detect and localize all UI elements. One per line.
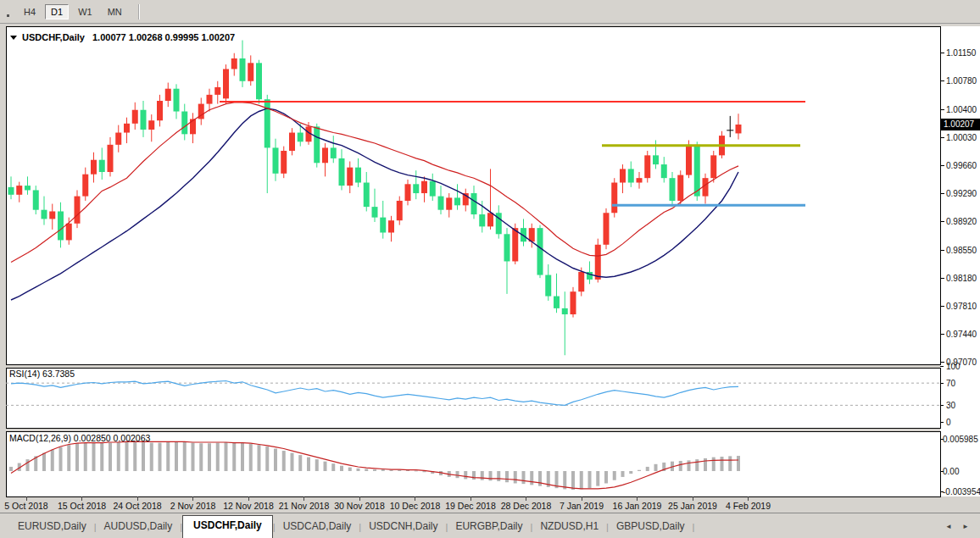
macd-histogram-bar (472, 471, 476, 480)
candle (223, 69, 229, 98)
chart-tab-nzdusd-h1[interactable]: NZDUSD,H1 (532, 516, 606, 538)
candle (380, 218, 386, 233)
candle (314, 126, 320, 163)
candle (471, 193, 477, 214)
price-axis-label: 0.99290 (946, 189, 977, 198)
toolbar-overflow-dot (7, 14, 9, 17)
candle (620, 169, 626, 182)
price-axis-label: 0.98920 (946, 217, 977, 226)
candle (124, 124, 130, 133)
candle (694, 145, 700, 197)
macd-histogram-bar (26, 459, 30, 471)
candle (347, 168, 353, 186)
candle (248, 63, 253, 80)
candle (637, 178, 643, 182)
macd-histogram-bar (481, 471, 484, 480)
macd-histogram-bar (704, 458, 707, 471)
rsi-level-label: 100 (946, 362, 961, 371)
candle (644, 155, 650, 178)
candle (82, 175, 88, 197)
macd-histogram-bar (159, 443, 162, 471)
macd-histogram-bar (150, 443, 153, 471)
timeframe-buttons: H4D1W1MN (16, 4, 130, 19)
macd-histogram-bar (596, 471, 599, 486)
candle (670, 178, 676, 201)
candle (454, 197, 460, 205)
timeframe-h4[interactable]: H4 (18, 4, 42, 19)
candle (653, 155, 659, 164)
macd-histogram-bar (175, 441, 178, 471)
current-price-label: 1.00207 (944, 119, 975, 129)
macd-histogram-bar (629, 471, 632, 474)
macd-histogram-bar (390, 470, 393, 471)
candle (413, 184, 419, 193)
macd-histogram-bar (133, 441, 136, 471)
macd-histogram-bar (365, 469, 368, 471)
chart-tab-gbpusd-daily[interactable]: GBPUSD,Daily (609, 516, 693, 538)
macd-histogram-bar (688, 460, 691, 471)
date-label: 25 Jan 2019 (668, 501, 717, 511)
candle (190, 119, 196, 134)
date-label: 5 Oct 2018 (4, 501, 48, 511)
macd-histogram-bar (199, 443, 203, 471)
macd-histogram-bar (9, 467, 13, 471)
macd-histogram-bar (348, 468, 352, 471)
chart-tab-usdcnh-daily[interactable]: USDCNH,Daily (361, 516, 445, 538)
candle (289, 133, 295, 151)
macd-histogram-bar (208, 443, 211, 471)
macd-histogram-bar (381, 469, 385, 471)
chart-tab-eurgbp-daily[interactable]: EURGBP,Daily (448, 516, 530, 538)
macd-histogram-bar (340, 466, 343, 471)
macd-histogram-bar (183, 442, 187, 471)
candle (736, 125, 742, 133)
rsi-level-label: 0 (946, 418, 951, 427)
tabs-scroll-right-icon[interactable]: ► (958, 523, 973, 530)
candle (207, 95, 213, 104)
candle (322, 147, 328, 163)
candle (157, 101, 163, 120)
date-label: 15 Oct 2018 (58, 501, 106, 511)
macd-histogram-bar (373, 469, 376, 471)
date-label: 24 Oct 2018 (113, 501, 161, 511)
tabs-scroll-left-icon[interactable]: ◄ (941, 523, 956, 530)
candle (364, 183, 370, 208)
candle (571, 291, 576, 314)
timeframe-mn[interactable]: MN (102, 4, 128, 19)
macd-histogram-bar (166, 442, 170, 471)
rsi-level-label: 30 (946, 401, 956, 410)
date-label: 7 Jan 2019 (560, 501, 604, 511)
candle (479, 214, 485, 226)
macd-histogram-bar (142, 442, 145, 471)
chart-tab-usdcad-daily[interactable]: USDCAD,Daily (276, 516, 359, 538)
chart-canvas[interactable]: 1.011501.007801.004001.000300.996600.992… (0, 24, 980, 513)
candle (339, 158, 345, 186)
macd-histogram-bar (109, 443, 112, 471)
timeframe-d1[interactable]: D1 (45, 4, 69, 19)
price-axis-label: 0.97810 (946, 302, 977, 311)
candle (628, 169, 634, 182)
timeframe-w1[interactable]: W1 (72, 4, 98, 19)
timeframe-toolbar: H4D1W1MN (0, 0, 980, 24)
chart-tab-usdchf-daily[interactable]: USDCHF,Daily (182, 515, 273, 538)
candle (595, 245, 601, 280)
candle (264, 99, 270, 147)
candle (710, 155, 716, 178)
chart-title-ohlc: 1.00077 1.00268 0.99995 1.00207 (92, 32, 235, 42)
macd-histogram-bar (117, 442, 120, 471)
macd-histogram-bar (415, 470, 418, 471)
date-label: 16 Jan 2019 (613, 501, 662, 511)
macd-histogram-bar (274, 449, 277, 471)
candle (115, 133, 121, 145)
candle (25, 186, 31, 190)
candle (512, 228, 518, 261)
chart-tab-eurusd-daily[interactable]: EURUSD,Daily (10, 516, 94, 538)
macd-histogram-bar (100, 443, 103, 471)
macd-histogram-bar (331, 463, 335, 471)
price-axis-label: 1.01150 (946, 48, 977, 58)
date-label: 30 Nov 2018 (334, 501, 385, 511)
macd-histogram-bar (75, 443, 79, 471)
macd-histogram-bar (538, 471, 542, 486)
candle (397, 201, 403, 220)
chart-tab-audusd-daily[interactable]: AUDUSD,Daily (97, 516, 181, 538)
macd-histogram-bar (679, 461, 682, 471)
